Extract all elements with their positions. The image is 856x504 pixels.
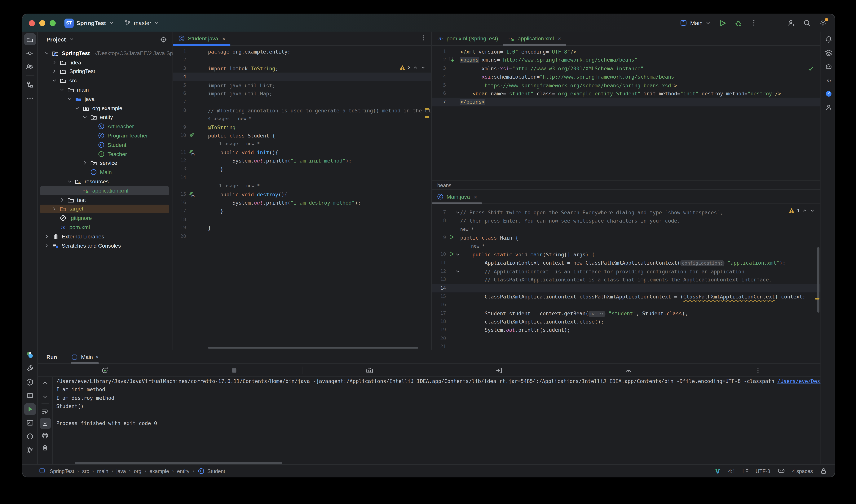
tool-window-button-structure[interactable] (24, 78, 36, 91)
close-tab-icon[interactable]: × (474, 193, 477, 200)
chevron-right-icon[interactable] (57, 197, 66, 203)
rerun-button[interactable] (99, 364, 111, 376)
tool-window-button-problems[interactable] (24, 430, 36, 443)
tree-item-scratches-and-consoles[interactable]: Scratches and Consoles (38, 241, 173, 250)
profiler-button[interactable] (623, 364, 635, 376)
soft-wrap-button[interactable] (40, 406, 51, 417)
tool-window-button-plugin-colored[interactable] (24, 348, 36, 361)
run-gutter-icon[interactable] (448, 251, 454, 259)
tree-item-artteacher[interactable]: CArtTeacher (38, 122, 173, 131)
search-everywhere-button[interactable] (803, 19, 811, 27)
project-widget[interactable]: ST SpringTest (65, 18, 114, 28)
tree-item-teacher[interactable]: ITeacher (38, 149, 173, 159)
settings-button[interactable] (819, 19, 827, 27)
tree-item-pom.xml[interactable]: mpom.xml (38, 223, 173, 232)
unlock-icon[interactable] (820, 467, 827, 474)
run-button[interactable] (718, 19, 727, 27)
console-horizontal-scrollbar[interactable] (75, 462, 282, 464)
chevron-right-icon[interactable] (42, 233, 51, 239)
tool-window-button-terminal[interactable] (24, 417, 36, 429)
chevron-down-icon[interactable] (72, 105, 81, 111)
tree-item-application.xml[interactable]: </application.xml (38, 186, 173, 195)
warning-stripe-mark[interactable] (425, 116, 429, 118)
chevron-down-icon[interactable] (65, 96, 74, 102)
tree-item-service[interactable]: service (38, 159, 173, 168)
tool-window-button-services[interactable] (24, 376, 36, 388)
chevron-right-icon[interactable] (80, 160, 89, 166)
debug-button[interactable] (734, 19, 743, 27)
tree-item-main[interactable]: CMain (38, 168, 173, 177)
close-window-button[interactable] (29, 20, 35, 26)
tool-window-button-profiler[interactable] (822, 102, 834, 113)
tool-window-button-commit[interactable] (24, 47, 36, 59)
tool-window-button-ai-assistant[interactable] (822, 60, 834, 73)
select-opened-file-icon[interactable] (160, 36, 167, 43)
tool-window-button-version-control[interactable] (24, 444, 36, 456)
attach-debugger-button[interactable] (493, 364, 505, 376)
stop-button[interactable] (228, 364, 241, 376)
line-separator[interactable]: LF (743, 468, 749, 474)
warning-stripe-mark[interactable] (815, 298, 819, 300)
tool-window-button-database[interactable] (822, 47, 834, 59)
more-options-button[interactable] (752, 364, 764, 376)
close-tab-icon[interactable]: × (96, 354, 99, 360)
tool-window-button-pull-requests[interactable] (24, 60, 36, 73)
tree-item-main[interactable]: main (38, 85, 173, 94)
indent-setting[interactable]: 4 spaces (792, 468, 813, 474)
file-encoding[interactable]: UTF-8 (755, 468, 770, 474)
maximize-window-button[interactable] (50, 20, 56, 26)
tree-item-springtest[interactable]: SpringTest (38, 67, 173, 76)
more-actions-button[interactable] (750, 19, 758, 27)
minimize-window-button[interactable] (39, 20, 45, 26)
tool-window-button-build[interactable] (24, 362, 36, 374)
tree-item-target[interactable]: target (38, 204, 173, 214)
tool-window-button-maven[interactable]: m (822, 74, 834, 86)
chevron-down-icon[interactable] (69, 37, 74, 42)
breadcrumb-item[interactable]: org (134, 468, 141, 474)
run-configuration-selector[interactable]: Main (680, 19, 711, 27)
tree-item-programteacher[interactable]: CProgramTeacher (38, 131, 173, 140)
warning-stripe-mark[interactable] (425, 108, 429, 110)
close-tab-icon[interactable]: × (558, 35, 561, 42)
spring-bean-gutter-icon[interactable] (448, 56, 454, 65)
editor-horizontal-scrollbar[interactable] (208, 347, 418, 349)
chevron-right-icon[interactable] (50, 206, 58, 212)
dump-threads-button[interactable] (364, 364, 375, 376)
tree-item-student[interactable]: CStudent (38, 140, 173, 149)
chevron-down-icon[interactable] (65, 178, 74, 184)
no-problems-widget[interactable] (807, 66, 814, 72)
scroll-to-end-button[interactable] (40, 418, 51, 429)
branch-widget[interactable]: master (124, 19, 160, 26)
spring-bean-gutter-icon[interactable] (188, 132, 195, 141)
chevron-right-icon[interactable] (42, 242, 51, 249)
next-occurrence-button[interactable] (40, 390, 51, 401)
tree-item-resources[interactable]: resources (38, 177, 173, 186)
chevron-down-icon[interactable] (80, 114, 89, 120)
prev-occurrence-button[interactable] (40, 378, 51, 389)
xml-breadcrumb-bar[interactable]: beans (432, 180, 821, 190)
breadcrumb-item[interactable]: entity (177, 468, 189, 474)
chevron-down-icon[interactable] (50, 78, 58, 84)
run-tab-main[interactable]: Main × (71, 350, 99, 363)
chevron-right-icon[interactable] (50, 59, 58, 65)
inspections-widget[interactable]: 2 (399, 65, 426, 71)
tree-item-test[interactable]: test (38, 195, 173, 204)
clear-all-button[interactable] (40, 442, 51, 453)
tab-application.xml[interactable]: </application.xml× (503, 32, 566, 45)
editor-more-icon[interactable] (420, 34, 427, 41)
tool-window-widget-icon[interactable] (39, 467, 45, 474)
breadcrumb-item[interactable]: main (97, 468, 108, 474)
tool-window-button-run[interactable] (24, 403, 36, 415)
breadcrumb-item[interactable]: beans (437, 182, 451, 188)
chevron-right-icon[interactable] (50, 69, 58, 74)
tool-window-button-more-tool-windows[interactable] (24, 92, 36, 104)
tab-pom.xml-springtest-[interactable]: mpom.xml (SpringTest) (432, 32, 503, 45)
breadcrumb-item[interactable]: src (82, 468, 89, 474)
tree-item-external-libraries[interactable]: External Libraries (38, 232, 173, 241)
chevron-down-icon[interactable] (42, 50, 51, 56)
breadcrumb-item-class[interactable]: CStudent (197, 467, 225, 474)
tree-item-.gitignore[interactable]: .gitignore (38, 214, 173, 223)
tree-item-java[interactable]: java (38, 94, 173, 104)
copilot-icon[interactable] (778, 467, 785, 474)
inspections-widget[interactable]: 1 (788, 207, 815, 214)
